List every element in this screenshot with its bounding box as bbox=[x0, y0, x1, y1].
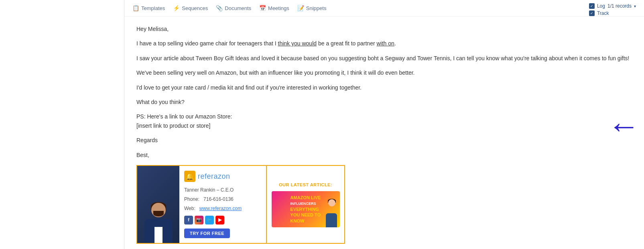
page-wrapper: 📋 Templates ⚡ Sequences 📎 Documents 📅 Me… bbox=[0, 0, 644, 249]
documents-icon: 📎 bbox=[216, 5, 223, 11]
banner-text: AMAZON LIVE INFLUENCERS EVERYTHING YOU N… bbox=[287, 192, 324, 227]
sig-name: Tanner Rankin – C.E.O bbox=[184, 186, 261, 194]
youtube-icon[interactable]: ▶ bbox=[215, 216, 224, 225]
banner-body bbox=[326, 213, 337, 227]
ps-line2: [insert link to product or store] bbox=[136, 122, 210, 129]
toolbar-documents[interactable]: 📎 Documents bbox=[216, 5, 251, 11]
templates-label: Templates bbox=[141, 5, 165, 11]
log-checkbox-icon: ✓ bbox=[589, 3, 595, 9]
phone-number: 716-616-0136 bbox=[203, 196, 234, 202]
article-banner: AMAZON LIVE INFLUENCERS EVERYTHING YOU N… bbox=[272, 191, 340, 227]
log-label: Log bbox=[597, 3, 605, 9]
main-content: 📋 Templates ⚡ Sequences 📎 Documents 📅 Me… bbox=[124, 0, 644, 249]
banner-line1: AMAZON LIVE bbox=[291, 195, 321, 200]
web-url-link[interactable]: www.referazon.com bbox=[199, 206, 242, 211]
logo-icon: 🔔 bbox=[184, 171, 195, 182]
meetings-icon: 📅 bbox=[259, 5, 266, 11]
avatar-shirt bbox=[154, 227, 163, 243]
toolbar-meetings[interactable]: 📅 Meetings bbox=[259, 5, 289, 11]
underline-with-on: with on bbox=[376, 40, 394, 47]
logo-text: referazon bbox=[198, 171, 230, 182]
email-para5: What do you think? bbox=[136, 98, 632, 106]
email-para1: I have a top selling video game chair fo… bbox=[136, 39, 632, 48]
banner-line2: INFLUENCERS bbox=[291, 202, 316, 206]
banner-head bbox=[328, 199, 335, 206]
snippets-icon: 📝 bbox=[297, 5, 304, 11]
article-label: OUR LATEST ARTICLE: bbox=[279, 182, 332, 189]
track-label: Track bbox=[597, 10, 609, 16]
sig-web: Web: www.referazon.com bbox=[184, 205, 261, 212]
signature-contact-section: 🔔 referazon Tanner Rankin – C.E.O Phone:… bbox=[179, 166, 266, 243]
avatar-body bbox=[144, 219, 173, 243]
signature-article-section: OUR LATEST ARTICLE: AMAZON LIVE INFLUENC… bbox=[266, 166, 344, 243]
email-para6: PS: Here's a link to our Amazon Store: [… bbox=[136, 112, 632, 130]
documents-label: Documents bbox=[225, 5, 251, 11]
web-label: Web: bbox=[184, 206, 195, 211]
underline-think-you-would: think you would bbox=[278, 40, 317, 47]
snippets-label: Snippets bbox=[306, 5, 327, 11]
avatar-beard bbox=[153, 211, 164, 216]
avatar-figure bbox=[142, 199, 175, 243]
email-para2: I saw your article about Tween Boy Gift … bbox=[136, 54, 632, 63]
twitter-icon[interactable]: 🐦 bbox=[205, 216, 214, 225]
arrow-indicator: ← bbox=[608, 110, 640, 142]
track-row[interactable]: ✓ Track bbox=[589, 10, 636, 16]
banner-line3: EVERYTHING bbox=[291, 207, 319, 212]
sequences-label: Sequences bbox=[182, 5, 208, 11]
sig-phone: Phone: 716-616-0136 bbox=[184, 196, 261, 203]
email-para3: We've been selling very well on Amazon, … bbox=[136, 68, 632, 77]
toolbar-snippets[interactable]: 📝 Snippets bbox=[297, 5, 327, 11]
avatar-background bbox=[137, 166, 179, 243]
referazon-logo: 🔔 referazon bbox=[184, 171, 261, 182]
ps-line1: PS: Here's a link to our Amazon Store: bbox=[136, 113, 232, 120]
signature-avatar-section bbox=[137, 166, 179, 243]
email-body: Hey Melissa, I have a top selling video … bbox=[124, 16, 644, 249]
left-sidebar bbox=[0, 0, 124, 249]
banner-line5: KNOW bbox=[291, 218, 305, 223]
top-right-controls: ✓ Log 1/1 records ▾ ✓ Track bbox=[589, 3, 636, 16]
banner-line4: YOU NEED TO bbox=[291, 212, 321, 217]
log-row[interactable]: ✓ Log 1/1 records ▾ bbox=[589, 3, 636, 9]
meetings-label: Meetings bbox=[268, 5, 289, 11]
toolbar-sequences[interactable]: ⚡ Sequences bbox=[173, 5, 208, 11]
records-label: 1/1 records bbox=[607, 3, 632, 9]
email-regards: Regards bbox=[136, 136, 632, 145]
templates-icon: 📋 bbox=[132, 5, 139, 11]
records-dropdown-icon[interactable]: ▾ bbox=[634, 4, 636, 8]
social-icons-row: f 📷 🐦 ▶ bbox=[184, 216, 261, 225]
email-greeting: Hey Melissa, bbox=[136, 24, 632, 33]
toolbar: 📋 Templates ⚡ Sequences 📎 Documents 📅 Me… bbox=[124, 0, 644, 16]
email-best: Best, bbox=[136, 151, 632, 159]
sequences-icon: ⚡ bbox=[173, 5, 180, 11]
email-para4: I'd love to get your rate card / media k… bbox=[136, 83, 632, 92]
phone-label: Phone: bbox=[184, 196, 199, 202]
try-for-free-button[interactable]: TRY FOR FREE bbox=[184, 229, 230, 238]
toolbar-templates[interactable]: 📋 Templates bbox=[132, 5, 165, 11]
track-checkbox-icon: ✓ bbox=[589, 10, 595, 16]
instagram-icon[interactable]: 📷 bbox=[195, 216, 203, 225]
signature-box: 🔔 referazon Tanner Rankin – C.E.O Phone:… bbox=[136, 165, 345, 244]
facebook-icon[interactable]: f bbox=[184, 216, 193, 225]
